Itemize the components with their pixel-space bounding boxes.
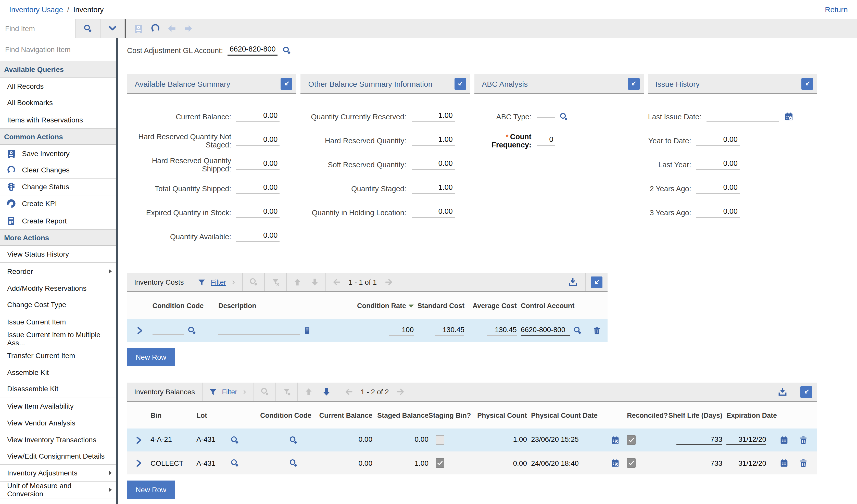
current-balance-field[interactable]: 0.00 [337, 435, 372, 445]
column-header[interactable]: Control Account [517, 302, 586, 309]
abc-type-field[interactable] [537, 115, 555, 118]
sidebar-item-all-bookmarks[interactable]: All Bookmarks [0, 95, 116, 111]
delete-row-icon[interactable] [799, 458, 808, 468]
three-years-ago-field[interactable]: 0.00 [696, 207, 740, 218]
minimize-button[interactable] [628, 78, 640, 89]
expand-row-icon[interactable] [135, 326, 144, 335]
column-header[interactable]: Reconciled? [627, 411, 643, 419]
calendar-icon[interactable] [779, 458, 789, 468]
expired-quantity-field[interactable]: 0.00 [236, 207, 280, 218]
column-header[interactable]: Staged Balance [372, 411, 428, 419]
staged-balance-field[interactable]: 0.00 [393, 435, 428, 445]
physical-count-date-field[interactable]: 23/06/20 15:25 [531, 435, 607, 445]
sidebar-item-reorder[interactable]: Reorder [0, 263, 116, 280]
calendar-icon[interactable] [779, 435, 789, 444]
year-to-date-field[interactable]: 0.00 [696, 135, 740, 146]
expiration-date-field[interactable]: 31/12/20 [726, 435, 766, 445]
expand-row-icon[interactable] [134, 435, 144, 444]
inventory-balances-row[interactable]: COLLECT A-431 0.00 1.00 0.00 24/06/20 18… [127, 452, 817, 474]
inventory-costs-row[interactable]: 100 130.45 130.45 6620-800-800 [127, 319, 607, 342]
sidebar-item-assemble-kit[interactable]: Assemble Kit [0, 364, 116, 381]
minimize-button[interactable] [801, 78, 813, 89]
sidebar-item-issue-current-item[interactable]: Issue Current Item [0, 313, 116, 330]
minimize-button[interactable] [801, 386, 812, 398]
inventory-balances-row[interactable]: 4-A-21 A-431 0.00 0.00 1.00 23/06/20 15:… [127, 429, 817, 452]
sidebar-item-view-item-availability[interactable]: View Item Availability [0, 397, 116, 414]
save-icon[interactable] [133, 23, 144, 34]
hard-reserved-quantity-field[interactable]: 1.00 [411, 135, 455, 146]
sidebar-item-transfer-current-item[interactable]: Transfer Current Item [0, 347, 116, 364]
find-navigation-input[interactable] [0, 46, 116, 54]
column-header[interactable]: Description [218, 302, 338, 309]
sidebar-item-save-inventory[interactable]: Save Inventory [0, 145, 116, 162]
column-header[interactable]: Average Cost [465, 302, 517, 309]
filter-link[interactable]: Filter [211, 278, 226, 286]
column-header[interactable]: Physical Count Date [527, 411, 627, 419]
previous-page-icon[interactable] [344, 387, 354, 397]
sidebar-item-create-kpi[interactable]: Create KPI [0, 195, 116, 212]
column-header[interactable]: Condition Code [260, 411, 319, 419]
sidebar-item-create-report[interactable]: Create Report [0, 212, 116, 229]
column-header[interactable]: Standard Cost [414, 302, 465, 309]
table-search-icon[interactable] [260, 387, 269, 397]
sidebar-item-view-vendor-analysis[interactable]: View Vendor Analysis [0, 414, 116, 431]
reconciled-checkbox[interactable] [627, 458, 636, 468]
column-header-sorted[interactable]: Condition Rate [338, 302, 414, 309]
find-item-input[interactable] [0, 19, 75, 38]
sidebar-item-items-with-reservations[interactable]: Items with Reservations [0, 111, 116, 128]
physical-count-field[interactable]: 1.00 [490, 435, 527, 445]
standard-cost-field[interactable]: 130.45 [435, 325, 465, 335]
condition-code-field[interactable] [260, 436, 286, 444]
soft-reserved-quantity-field[interactable]: 0.00 [411, 159, 455, 170]
calendar-icon[interactable] [784, 112, 794, 121]
calendar-icon[interactable] [611, 435, 620, 444]
next-page-icon[interactable] [384, 278, 393, 287]
find-options-button[interactable] [100, 19, 125, 38]
chevron-right-icon[interactable] [242, 389, 248, 394]
total-quantity-shipped-field[interactable]: 0.00 [236, 183, 280, 194]
two-years-ago-field[interactable]: 0.00 [696, 183, 740, 194]
expand-row-icon[interactable] [134, 458, 144, 468]
return-link[interactable]: Return [825, 5, 848, 14]
sidebar-item-change-cost-type[interactable]: Change Cost Type [0, 297, 116, 313]
filter-icon[interactable] [209, 387, 217, 396]
sidebar-item-change-status[interactable]: Change Status [0, 179, 116, 195]
lot-field[interactable]: A-431 [197, 435, 227, 445]
sidebar-item-add-modify-reservations[interactable]: Add/Modify Reservations [0, 280, 116, 297]
quantity-available-field[interactable]: 0.00 [236, 231, 280, 242]
current-balance-field[interactable]: 0.00 [236, 111, 280, 122]
delete-row-icon[interactable] [799, 435, 808, 444]
quantity-holding-location-field[interactable]: 0.00 [411, 207, 455, 218]
download-icon[interactable] [777, 387, 788, 397]
previous-record-icon[interactable] [167, 23, 177, 33]
filter-link[interactable]: Filter [222, 388, 237, 396]
column-header[interactable]: Condition Code [152, 302, 218, 309]
sidebar-item-all-records[interactable]: All Records [0, 78, 116, 95]
lookup-icon[interactable] [187, 326, 196, 335]
shelf-life-field[interactable]: 733 [676, 435, 722, 445]
lookup-icon[interactable] [289, 458, 298, 468]
abc-type-lookup-icon[interactable] [559, 112, 568, 121]
count-frequency-field[interactable]: 0 [537, 135, 555, 146]
lookup-icon[interactable] [573, 326, 582, 335]
staging-bin-checkbox[interactable] [436, 458, 444, 468]
find-search-button[interactable] [75, 19, 100, 38]
download-icon[interactable] [568, 277, 578, 287]
previous-row-icon[interactable] [293, 278, 302, 287]
column-header[interactable]: Staging Bin? [428, 411, 452, 419]
costs-new-row-button[interactable]: New Row [127, 348, 175, 366]
minimize-button[interactable] [281, 78, 292, 89]
gl-account-lookup-icon[interactable] [282, 46, 291, 55]
last-year-field[interactable]: 0.00 [696, 159, 740, 170]
staging-bin-checkbox[interactable] [436, 435, 444, 445]
previous-page-icon[interactable] [332, 278, 341, 287]
control-account-field[interactable]: 6620-800-800 [521, 325, 570, 335]
clear-filter-icon[interactable] [282, 387, 291, 397]
minimize-button[interactable] [454, 78, 466, 89]
column-header[interactable]: Shelf Life (Days) [643, 411, 722, 419]
hard-reserved-shipped-field[interactable]: 0.00 [236, 159, 280, 170]
gl-account-field[interactable]: 6620-820-800 [228, 45, 278, 56]
next-page-icon[interactable] [396, 387, 405, 397]
column-header[interactable]: Current Balance [319, 411, 372, 419]
hard-reserved-not-staged-field[interactable]: 0.00 [236, 135, 280, 146]
